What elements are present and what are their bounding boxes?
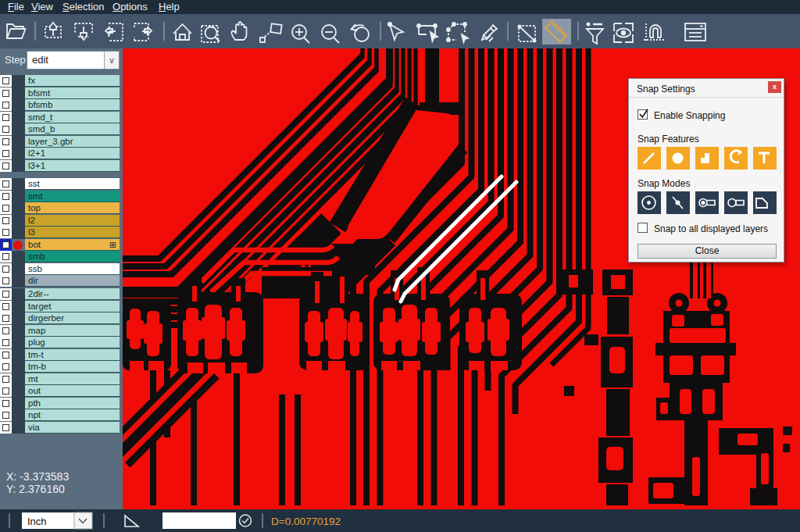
svg-text:Inch: Inch	[27, 516, 47, 527]
svg-text:D=0.00770192: D=0.00770192	[271, 516, 341, 527]
